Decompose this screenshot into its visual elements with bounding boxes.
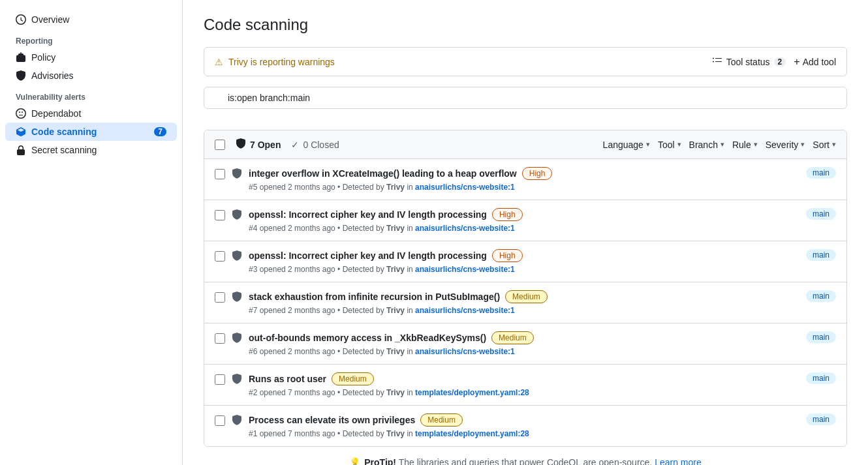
tool-status-button[interactable]: Tool status 2: [712, 55, 786, 68]
filter-sort-label: Sort: [813, 140, 829, 150]
sidebar-item-code-scanning[interactable]: Code scanning 7: [5, 123, 177, 141]
table-row: Process can elevate its own privileges M…: [204, 406, 846, 446]
tool-status-label: Tool status: [726, 57, 770, 67]
row-content: stack exhaustion from infinite recursion…: [249, 290, 799, 315]
row-meta: #1 opened 7 months ago • Detected by Tri…: [249, 429, 799, 438]
select-all-checkbox[interactable]: [215, 140, 225, 150]
row-checkbox[interactable]: [215, 374, 225, 385]
sidebar-item-overview[interactable]: Overview: [5, 10, 177, 29]
shield-icon: [16, 70, 26, 81]
chevron-severity: ▾: [801, 140, 805, 149]
severity-badge: High: [492, 249, 523, 262]
pro-tip: 💡 ProTip! The libraries and queries that…: [204, 447, 847, 465]
reporting-section-label: Reporting: [0, 29, 182, 48]
branch-badge: main: [806, 249, 836, 261]
sidebar-item-advisories[interactable]: Advisories: [5, 67, 177, 85]
pro-tip-prefix: ProTip!: [364, 457, 396, 465]
row-branch: main: [806, 331, 836, 342]
dependabot-icon: [16, 108, 26, 119]
severity-badge: High: [492, 208, 523, 221]
row-title[interactable]: integer overflow in XCreateImage() leadi…: [249, 168, 517, 179]
chevron-sort: ▾: [832, 140, 836, 149]
severity-badge: High: [522, 167, 553, 180]
secret-scanning-icon: [16, 145, 26, 155]
plus-icon: +: [794, 56, 799, 68]
row-title[interactable]: out-of-bounds memory access in _XkbReadK…: [249, 333, 486, 343]
row-shield-icon: [232, 209, 242, 222]
filter-language[interactable]: Language ▾: [603, 140, 650, 150]
severity-badge: Medium: [420, 413, 463, 427]
filter-severity[interactable]: Severity ▾: [766, 140, 805, 150]
sidebar-item-policy-label: Policy: [31, 52, 55, 63]
filter-rule-label: Rule: [732, 140, 751, 150]
filter-branch-label: Branch: [689, 140, 718, 150]
row-shield-icon: [232, 250, 242, 263]
table-row: stack exhaustion from infinite recursion…: [204, 282, 846, 323]
row-branch: main: [806, 167, 836, 177]
sidebar-item-dependabot[interactable]: Dependabot: [5, 104, 177, 123]
row-meta: #5 opened 2 months ago • Detected by Tri…: [249, 183, 799, 192]
table-row: openssl: Incorrect cipher key and IV len…: [204, 241, 846, 282]
tab-open[interactable]: 7 Open: [236, 138, 281, 151]
add-tool-label: Add tool: [803, 57, 836, 67]
sidebar-item-secret-scanning-label: Secret scanning: [31, 145, 97, 155]
row-checkbox[interactable]: [215, 210, 225, 220]
row-shield-icon: [232, 374, 242, 386]
row-title[interactable]: openssl: Incorrect cipher key and IV len…: [249, 209, 487, 220]
branch-badge: main: [806, 290, 836, 302]
row-title[interactable]: openssl: Incorrect cipher key and IV len…: [249, 250, 487, 261]
row-title[interactable]: stack exhaustion from infinite recursion…: [249, 292, 500, 302]
row-title-line: openssl: Incorrect cipher key and IV len…: [249, 208, 799, 221]
row-checkbox[interactable]: [215, 169, 225, 179]
tab-closed[interactable]: ✓ 0 Closed: [291, 140, 339, 150]
table-header-right: Language ▾ Tool ▾ Branch ▾ Rule ▾ Severi…: [603, 140, 836, 150]
search-wrapper: [204, 87, 847, 119]
row-checkbox[interactable]: [215, 333, 225, 344]
row-meta: #2 opened 7 months ago • Detected by Tri…: [249, 388, 799, 397]
branch-badge: main: [806, 413, 836, 425]
add-tool-button[interactable]: + Add tool: [794, 56, 836, 68]
tool-status-count: 2: [774, 57, 786, 67]
warning-right: Tool status 2 + Add tool: [712, 55, 836, 68]
filter-tool-label: Tool: [658, 140, 675, 150]
sidebar-item-overview-label: Overview: [31, 14, 69, 25]
filter-language-label: Language: [603, 140, 643, 150]
filter-branch[interactable]: Branch ▾: [689, 140, 724, 150]
filter-sort[interactable]: Sort ▾: [813, 140, 836, 150]
sidebar-item-advisories-label: Advisories: [31, 70, 74, 81]
row-checkbox[interactable]: [215, 251, 225, 262]
sidebar-item-dependabot-label: Dependabot: [31, 108, 81, 119]
row-shield-icon: [232, 415, 242, 427]
row-content: integer overflow in XCreateImage() leadi…: [249, 167, 799, 192]
sidebar-item-policy[interactable]: Policy: [5, 48, 177, 67]
row-meta: #3 opened 2 months ago • Detected by Tri…: [249, 265, 799, 274]
row-content: openssl: Incorrect cipher key and IV len…: [249, 208, 799, 233]
severity-badge: Medium: [505, 290, 548, 303]
row-branch: main: [806, 249, 836, 260]
row-checkbox[interactable]: [215, 292, 225, 303]
shield-open-icon: [236, 138, 246, 151]
sidebar-item-secret-scanning[interactable]: Secret scanning: [5, 141, 177, 159]
row-branch: main: [806, 372, 836, 383]
table-row: Runs as root user Medium #2 opened 7 mon…: [204, 365, 846, 406]
table-row: openssl: Incorrect cipher key and IV len…: [204, 200, 846, 241]
row-content: out-of-bounds memory access in _XkbReadK…: [249, 331, 799, 356]
search-input[interactable]: [204, 87, 847, 109]
table-row: integer overflow in XCreateImage() leadi…: [204, 159, 846, 200]
learn-more-link[interactable]: Learn more: [655, 457, 702, 465]
branch-badge: main: [806, 331, 836, 343]
row-checkbox[interactable]: [215, 415, 225, 426]
branch-badge: main: [806, 167, 836, 179]
row-shield-icon: [232, 292, 242, 304]
chevron-tool: ▾: [677, 140, 681, 149]
check-icon: ✓: [291, 140, 299, 150]
filter-rule[interactable]: Rule ▾: [732, 140, 758, 150]
chevron-rule: ▾: [754, 140, 758, 149]
code-scanning-icon: [16, 127, 26, 137]
row-branch: main: [806, 290, 836, 301]
filter-tool[interactable]: Tool ▾: [658, 140, 681, 150]
row-title[interactable]: Process can elevate its own privileges: [249, 415, 415, 425]
warning-text: Trivy is reporting warnings: [228, 57, 335, 67]
row-title[interactable]: Runs as root user: [249, 374, 326, 384]
row-shield-icon: [232, 333, 242, 345]
